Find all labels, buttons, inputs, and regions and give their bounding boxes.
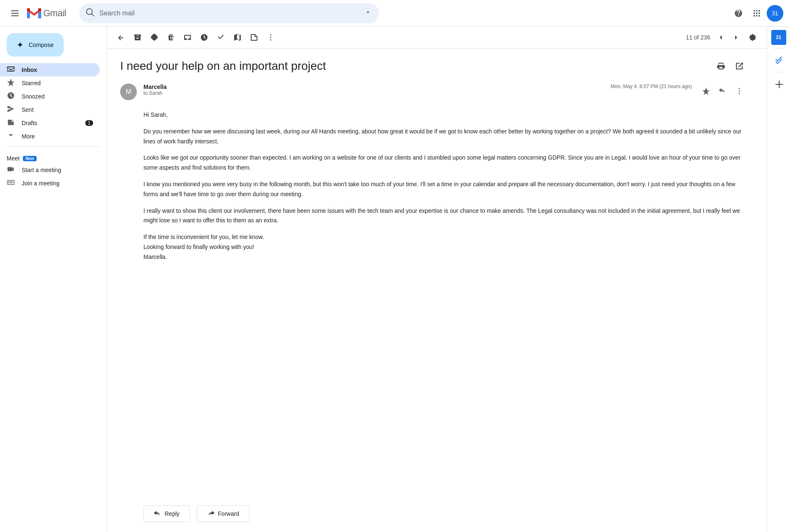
email-view: 11 of 236 I need your help on an importa… [106, 27, 767, 532]
account-avatar[interactable]: 31 [767, 5, 783, 22]
sidebar-item-more[interactable]: More [0, 130, 100, 143]
prev-email-button[interactable] [713, 30, 728, 45]
compose-button[interactable]: ✦ Compose [7, 33, 64, 57]
reply-button-label: Reply [165, 510, 180, 517]
email-timestamp: Mon, May 4, 6:07 PM (21 hours ago) [611, 84, 692, 89]
topbar: Gmail [0, 0, 790, 27]
email-body: Hi Sarah, Do you remember how we were di… [120, 110, 747, 262]
search-bar [79, 3, 379, 23]
sidebar-item-starred[interactable]: Starred [0, 76, 100, 90]
reply-forward-area: Reply Forward [107, 495, 767, 532]
calendar-panel-button[interactable]: 31 [771, 30, 786, 45]
sidebar-item-snoozed[interactable]: Snoozed [0, 90, 100, 103]
print-button[interactable] [713, 59, 728, 74]
settings-button[interactable] [745, 30, 760, 45]
clock-icon [7, 91, 15, 102]
svg-point-12 [758, 15, 760, 17]
help-button[interactable] [730, 5, 747, 22]
back-button[interactable] [114, 30, 128, 45]
sidebar-item-inbox[interactable]: Inbox [0, 63, 100, 76]
svg-point-25 [739, 91, 740, 92]
snooze-button[interactable] [197, 30, 212, 45]
right-panel-divider-1 [774, 48, 784, 49]
search-input[interactable] [99, 10, 359, 17]
nav-arrows [713, 30, 743, 45]
meet-label: Meet [7, 155, 20, 162]
apps-button[interactable] [748, 5, 765, 22]
svg-point-21 [270, 34, 272, 36]
spam-button[interactable] [147, 30, 162, 45]
sidebar-label-snoozed: Snoozed [22, 93, 93, 100]
body-para-2: Looks like we got our opportunity sooner… [143, 153, 747, 173]
subject-text: I need your help on an important project [120, 59, 326, 73]
sender-name: Marcella [143, 84, 604, 90]
sidebar: ✦ Compose Inbox Starred Snoozed [0, 27, 106, 532]
add-panel-button[interactable] [770, 76, 787, 92]
reply-button[interactable]: Reply [143, 505, 190, 522]
forward-button-label: Forward [218, 510, 239, 517]
svg-rect-2 [11, 15, 19, 16]
sidebar-label-drafts: Drafts [22, 120, 79, 126]
body-para-3: I know you mentioned you were very busy … [143, 180, 747, 200]
svg-point-26 [739, 93, 740, 94]
svg-point-10 [753, 15, 755, 17]
move-to-inbox-button[interactable] [180, 30, 195, 45]
svg-rect-17 [12, 181, 13, 182]
star-email-button[interactable] [699, 84, 713, 99]
svg-point-11 [756, 15, 758, 17]
star-icon [7, 78, 15, 89]
move-to-button[interactable] [230, 30, 245, 45]
svg-point-8 [756, 12, 758, 14]
inbox-icon [7, 65, 15, 75]
more-actions-button[interactable] [263, 30, 278, 45]
svg-rect-15 [10, 181, 10, 182]
timestamp-text: Mon, May 4, 6:07 PM (21 hours ago) [611, 84, 692, 89]
start-meeting-label: Start a meeting [22, 167, 61, 173]
subject-actions [713, 59, 747, 74]
meet-header: Meet New [0, 153, 106, 163]
email-toolbar: 11 of 236 [107, 27, 767, 49]
sidebar-label-sent: Sent [22, 106, 93, 113]
svg-rect-0 [11, 10, 19, 11]
logo: Gmail [27, 7, 66, 19]
email-header: M Marcella to Sarah Mon, May 4, 6:07 PM … [120, 84, 747, 100]
sidebar-divider [7, 146, 100, 147]
svg-point-24 [739, 88, 740, 89]
sidebar-item-drafts[interactable]: Drafts 1 [0, 116, 100, 130]
body-para-1: Do you remember how we were discussing l… [143, 127, 747, 147]
sidebar-label-more: More [22, 133, 93, 140]
search-icon-button[interactable] [86, 8, 94, 18]
next-email-button[interactable] [728, 30, 743, 45]
svg-rect-20 [12, 182, 13, 183]
delete-button[interactable] [163, 30, 178, 45]
svg-point-7 [753, 12, 755, 14]
menu-button[interactable] [7, 5, 23, 22]
mark-done-button[interactable] [213, 30, 228, 45]
reply-header-button[interactable] [715, 84, 730, 99]
body-para-4: I really want to show this client our in… [143, 206, 747, 226]
forward-button[interactable]: Forward [197, 505, 249, 522]
sender-avatar: M [120, 84, 137, 100]
archive-button[interactable] [130, 30, 145, 45]
sidebar-item-start-meeting[interactable]: Start a meeting [0, 163, 100, 177]
right-panel: 31 [767, 27, 790, 532]
search-filter-button[interactable] [364, 8, 372, 18]
drafts-badge: 1 [85, 120, 93, 126]
topbar-right: 31 [730, 5, 783, 22]
svg-rect-19 [10, 182, 12, 183]
draft-icon [7, 118, 15, 128]
expand-more-icon [7, 131, 15, 142]
sidebar-item-join-meeting[interactable]: Join a meeting [0, 177, 100, 190]
more-email-button[interactable] [732, 84, 747, 99]
label-button[interactable] [247, 30, 262, 45]
open-in-new-button[interactable] [732, 59, 747, 74]
tasks-panel-button[interactable] [770, 52, 787, 69]
video-icon [7, 165, 15, 175]
svg-point-6 [758, 10, 760, 12]
sender-to: to Sarah [143, 90, 604, 96]
sidebar-item-sent[interactable]: Sent [0, 103, 100, 116]
join-meeting-label: Join a meeting [22, 180, 59, 187]
send-icon [7, 105, 15, 115]
email-header-actions [699, 84, 747, 99]
svg-point-23 [270, 39, 272, 41]
